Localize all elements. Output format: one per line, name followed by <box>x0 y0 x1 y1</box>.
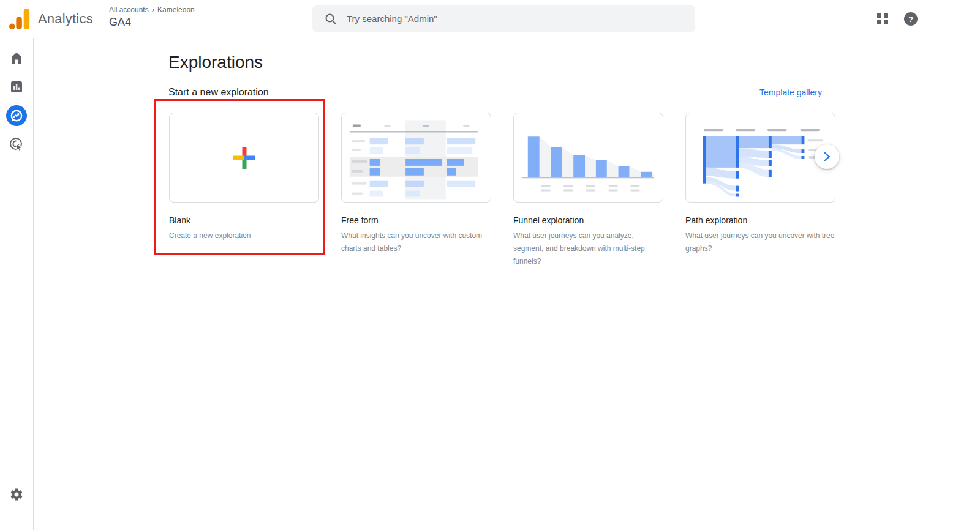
sidebar-item-reports[interactable] <box>6 76 28 98</box>
card-description: What insights can you uncover with custo… <box>341 230 491 255</box>
card-title: Funnel exploration <box>513 215 663 225</box>
card-free-form[interactable]: Free form What insights can you uncover … <box>341 113 491 268</box>
card-title: Free form <box>341 215 491 225</box>
card-description: Create a new exploration <box>169 230 319 242</box>
breadcrumb-separator-icon: › <box>152 5 154 14</box>
funnel-thumbnail <box>513 113 663 203</box>
funnel-chart-illustration <box>514 113 663 203</box>
google-analytics-logo-icon <box>9 8 32 30</box>
breadcrumb-all-accounts[interactable]: All accounts <box>109 6 149 14</box>
help-icon[interactable]: ? <box>904 12 918 26</box>
brand-name: Analytics <box>38 11 93 27</box>
card-description: What user journeys can you analyze, segm… <box>513 230 663 268</box>
card-path-exploration[interactable]: Path exploration What user journeys can … <box>685 113 835 268</box>
path-sankey-illustration <box>686 113 835 203</box>
card-title: Blank <box>169 215 319 225</box>
home-icon <box>9 51 24 65</box>
page-title: Explorations <box>168 53 263 72</box>
free-form-table-illustration <box>342 113 491 203</box>
analytics-logo[interactable]: Analytics <box>9 8 93 30</box>
left-navigation <box>0 38 34 530</box>
sidebar-item-home[interactable] <box>6 47 28 69</box>
settings-gear-icon <box>9 487 24 502</box>
exploration-templates-row: Blank Create a new exploration <box>169 113 835 268</box>
card-description: What user journeys can you uncover with … <box>685 230 835 255</box>
sidebar-item-explore[interactable] <box>6 105 28 127</box>
card-blank[interactable]: Blank Create a new exploration <box>169 113 319 268</box>
chevron-right-icon <box>821 151 833 163</box>
header-divider <box>100 7 100 31</box>
breadcrumb-account[interactable]: Kameleoon <box>157 6 195 14</box>
breadcrumb: All accounts › Kameleoon GA4 <box>109 5 195 29</box>
path-thumbnail <box>685 113 835 203</box>
search-icon <box>325 13 337 25</box>
carousel-next-button[interactable] <box>815 144 839 169</box>
google-plus-icon <box>233 147 255 169</box>
card-title: Path exploration <box>685 215 835 225</box>
property-selector[interactable]: GA4 <box>109 16 195 29</box>
sidebar-item-admin[interactable] <box>6 483 28 506</box>
section-title: Start a new exploration <box>168 87 269 98</box>
search-input[interactable]: Try searching "Admin" <box>312 5 695 32</box>
advertising-icon <box>9 136 24 152</box>
explore-icon <box>6 105 27 126</box>
top-header: Analytics All accounts › Kameleoon GA4 T… <box>0 0 980 38</box>
card-funnel-exploration[interactable]: Funnel exploration What user journeys ca… <box>513 113 663 268</box>
reports-icon <box>9 80 24 94</box>
search-placeholder: Try searching "Admin" <box>347 13 437 24</box>
blank-thumbnail <box>169 113 319 203</box>
template-gallery-link[interactable]: Template gallery <box>760 88 822 97</box>
sidebar-item-advertising[interactable] <box>6 133 28 155</box>
free-form-thumbnail <box>341 113 491 203</box>
apps-grid-icon[interactable] <box>877 13 888 24</box>
